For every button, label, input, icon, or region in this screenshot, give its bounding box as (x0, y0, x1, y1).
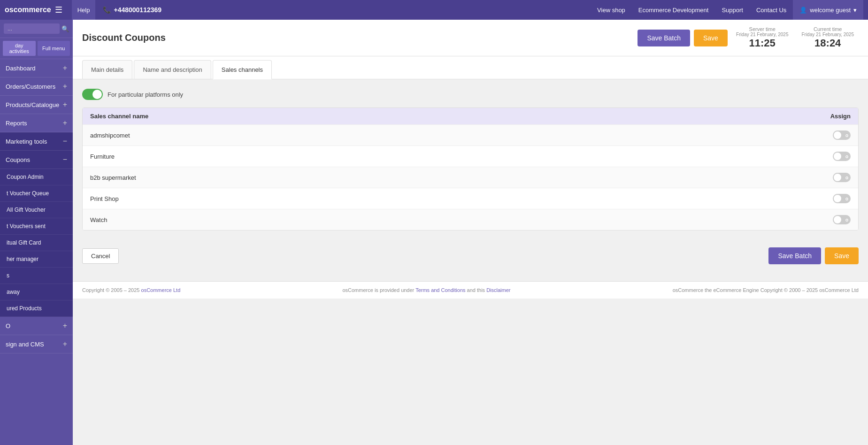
table-row: Watch o (83, 209, 858, 230)
hamburger-icon[interactable]: ☰ (55, 5, 62, 15)
sidebar-item-voucher-queue[interactable]: t Voucher Queue (0, 185, 73, 202)
channel-toggle-b2b[interactable]: o (833, 173, 851, 182)
sidebar-item-coupons[interactable]: Coupons − (0, 151, 73, 169)
channel-print-shop: Print Shop (90, 195, 119, 202)
toggle-off-label: o (845, 217, 848, 222)
view-shop-link[interactable]: View shop (591, 7, 632, 14)
sidebar-coupons-label: Coupons (6, 156, 30, 163)
table-row: admshipcomet o (83, 124, 858, 146)
sidebar-item-away[interactable]: away (0, 284, 73, 300)
server-time-block: Server time Friday 21 February, 2025 11:… (731, 26, 793, 49)
tab-main-details[interactable]: Main details (82, 60, 132, 79)
ecommerce-dev-link[interactable]: Ecommerce Development (632, 7, 715, 14)
sidebar: 🔍 day activities Full menu Dashboard + O… (0, 20, 73, 445)
bottom-actions: Cancel Save Batch Save (73, 240, 868, 272)
today-activities-button[interactable]: day activities (3, 41, 36, 56)
save-batch-button-top[interactable]: Save Batch (638, 30, 690, 46)
o-label: O (6, 322, 10, 330)
sidebar-item-virtual-giftcard[interactable]: itual Gift Card (0, 235, 73, 251)
table-row: b2b supermarket o (83, 167, 858, 188)
minus-icon: − (63, 137, 67, 146)
help-button[interactable]: Help (72, 0, 96, 20)
gift-voucher-label: All Gift Voucher (7, 207, 46, 213)
channel-admshipcomet: admshipcomet (90, 132, 130, 139)
server-time-label: Server time (736, 26, 789, 32)
phone-icon: 📞 (103, 6, 111, 14)
sidebar-item-s[interactable]: s (0, 268, 73, 284)
sidebar-item-featured-products[interactable]: ured Products (0, 300, 73, 317)
search-input[interactable] (4, 23, 60, 34)
sidebar-item-reports[interactable]: Reports + (0, 114, 73, 132)
content-header: Discount Coupons Save Batch Save Server … (73, 20, 868, 56)
toggle-off-label: o (845, 175, 848, 180)
sidebar-item-products[interactable]: Products/Catalogue + (0, 96, 73, 114)
tab-name-description[interactable]: Name and description (134, 60, 211, 79)
save-batch-button-bottom[interactable]: Save Batch (768, 247, 821, 264)
plus-icon: + (63, 82, 67, 91)
table-header: Sales channel name Assign (83, 108, 858, 124)
footer-left: Copyright © 2005 – 2025 osCommerce Ltd (82, 287, 180, 293)
virtual-giftcard-label: itual Gift Card (7, 239, 41, 246)
sidebar-item-o[interactable]: O + (0, 317, 73, 335)
table-header-assign: Assign (830, 113, 851, 120)
sidebar-item-coupon-admin[interactable]: Coupon Admin (0, 169, 73, 185)
minus-icon: − (63, 155, 67, 164)
logo[interactable]: oscommerce (5, 6, 51, 14)
search-icon: 🔍 (61, 25, 69, 32)
sidebar-item-design-cms[interactable]: sign and CMS + (0, 335, 73, 353)
toggle-off-label: o (845, 133, 848, 138)
page-title: Discount Coupons (82, 32, 166, 43)
user-name: welcome guest (810, 7, 851, 14)
bottom-right-buttons: Save Batch Save (768, 247, 859, 264)
toggle-off-label: o (845, 154, 848, 159)
terms-link[interactable]: Terms and Conditions (415, 287, 465, 293)
sidebar-item-vouchers-sent[interactable]: t Vouchers sent (0, 218, 73, 235)
design-cms-label: sign and CMS (6, 341, 44, 348)
toggle-knob-sm (834, 216, 841, 223)
form-area: For particular platforms only Sales chan… (73, 79, 868, 240)
disclaimer-link[interactable]: Disclaimer (486, 287, 510, 293)
platforms-toggle[interactable] (82, 89, 103, 100)
table-row: Furniture o (83, 146, 858, 167)
sidebar-item-her-manager[interactable]: her manager (0, 251, 73, 268)
tabs-bar: Main details Name and description Sales … (73, 56, 868, 79)
footer-and-this: and this (467, 287, 487, 293)
channel-toggle-admshipcomet[interactable]: o (833, 130, 851, 140)
sidebar-dashboard-label: Dashboard (6, 65, 36, 72)
sidebar-item-marketing[interactable]: Marketing tools − (0, 132, 73, 151)
footer-right: osCommerce the eCommerce Engine Copyrigh… (673, 287, 859, 293)
channel-toggle-print-shop[interactable]: o (833, 194, 851, 203)
save-button-bottom[interactable]: Save (825, 247, 859, 264)
chevron-down-icon: ▾ (853, 7, 857, 14)
toggle-knob-sm (834, 195, 841, 202)
channel-watch: Watch (90, 216, 107, 223)
toggle-knob-sm (834, 153, 841, 160)
toggle-knob-sm (834, 174, 841, 181)
sidebar-item-orders[interactable]: Orders/Customers + (0, 77, 73, 96)
sidebar-orders-label: Orders/Customers (6, 83, 55, 90)
current-date: Friday 21 February, 2025 (801, 32, 854, 37)
voucher-queue-label: t Voucher Queue (7, 190, 49, 197)
sidebar-item-gift-voucher[interactable]: All Gift Voucher (0, 202, 73, 218)
user-area[interactable]: 👤 welcome guest ▾ (793, 0, 863, 20)
footer-middle-text: osCommerce is provided under (342, 287, 415, 293)
save-button-top[interactable]: Save (694, 30, 728, 46)
tab-sales-channels[interactable]: Sales channels (213, 60, 272, 79)
sidebar-item-dashboard[interactable]: Dashboard + (0, 59, 73, 77)
channel-toggle-watch[interactable]: o (833, 215, 851, 224)
top-navigation: oscommerce ☰ Help 📞 +448000112369 View s… (0, 0, 868, 20)
oscommerce-link[interactable]: osCommerce Ltd (141, 287, 181, 293)
cancel-button[interactable]: Cancel (82, 248, 119, 264)
coupon-admin-label: Coupon Admin (7, 174, 44, 180)
contact-us-link[interactable]: Contact Us (750, 7, 793, 14)
toggle-row: For particular platforms only (82, 89, 859, 100)
current-time-label: Current time (801, 26, 854, 32)
channel-toggle-furniture[interactable]: o (833, 152, 851, 161)
vouchers-sent-label: t Vouchers sent (7, 223, 46, 230)
table-row: Print Shop o (83, 188, 858, 209)
support-link[interactable]: Support (715, 7, 750, 14)
plus-icon: + (63, 340, 67, 348)
plus-icon: + (63, 100, 67, 109)
header-actions: Save Batch Save Server time Friday 21 Fe… (638, 26, 859, 49)
full-menu-button[interactable]: Full menu (38, 41, 70, 56)
